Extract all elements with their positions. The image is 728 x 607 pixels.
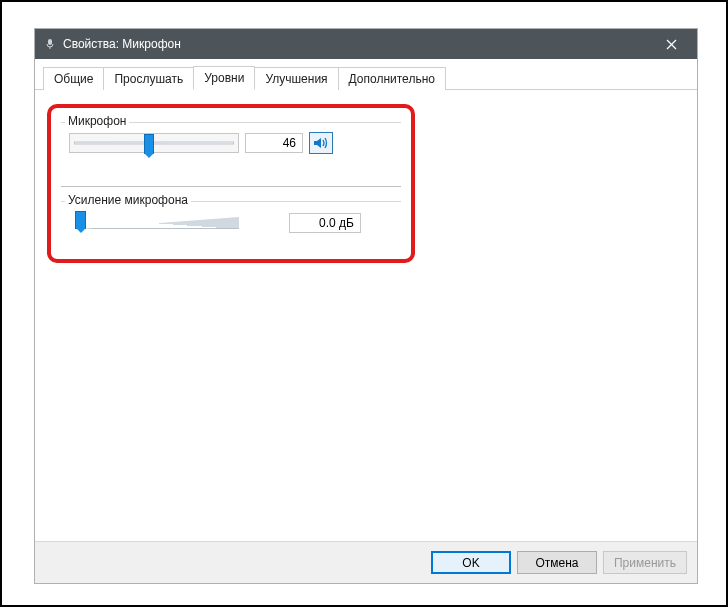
tab-content: Микрофон 46 bbox=[35, 90, 697, 541]
mic-level-value: 46 bbox=[245, 133, 303, 153]
mic-level-slider[interactable] bbox=[69, 133, 239, 153]
microphone-icon bbox=[43, 37, 57, 51]
close-button[interactable] bbox=[651, 29, 691, 59]
properties-dialog: Свойства: Микрофон Общие Прослушать Уров… bbox=[34, 28, 698, 584]
apply-button[interactable]: Применить bbox=[603, 551, 687, 574]
mic-boost-slider[interactable] bbox=[73, 211, 243, 235]
titlebar[interactable]: Свойства: Микрофон bbox=[35, 29, 697, 59]
tabs: Общие Прослушать Уровни Улучшения Дополн… bbox=[35, 59, 697, 90]
boost-group-label: Усиление микрофона bbox=[65, 193, 191, 207]
tab-listen[interactable]: Прослушать bbox=[103, 67, 194, 90]
separator bbox=[61, 186, 401, 187]
tab-advanced[interactable]: Дополнительно bbox=[338, 67, 446, 90]
mute-button[interactable] bbox=[309, 132, 333, 154]
svg-rect-0 bbox=[48, 39, 52, 45]
microphone-level-group: Микрофон 46 bbox=[61, 122, 401, 166]
tab-enhancements[interactable]: Улучшения bbox=[254, 67, 338, 90]
tab-general[interactable]: Общие bbox=[43, 67, 104, 90]
slider-thumb[interactable] bbox=[75, 211, 86, 229]
microphone-boost-group: Усиление микрофона 0.0 дБ bbox=[61, 201, 401, 247]
dialog-footer: OK Отмена Применить bbox=[35, 541, 697, 583]
tab-levels[interactable]: Уровни bbox=[193, 66, 255, 90]
highlight-box: Микрофон 46 bbox=[47, 104, 415, 263]
mic-boost-value: 0.0 дБ bbox=[289, 213, 361, 233]
cancel-button[interactable]: Отмена bbox=[517, 551, 597, 574]
ok-button[interactable]: OK bbox=[431, 551, 511, 574]
mic-group-label: Микрофон bbox=[65, 114, 129, 128]
window-title: Свойства: Микрофон bbox=[63, 37, 651, 51]
slider-thumb[interactable] bbox=[144, 134, 154, 154]
